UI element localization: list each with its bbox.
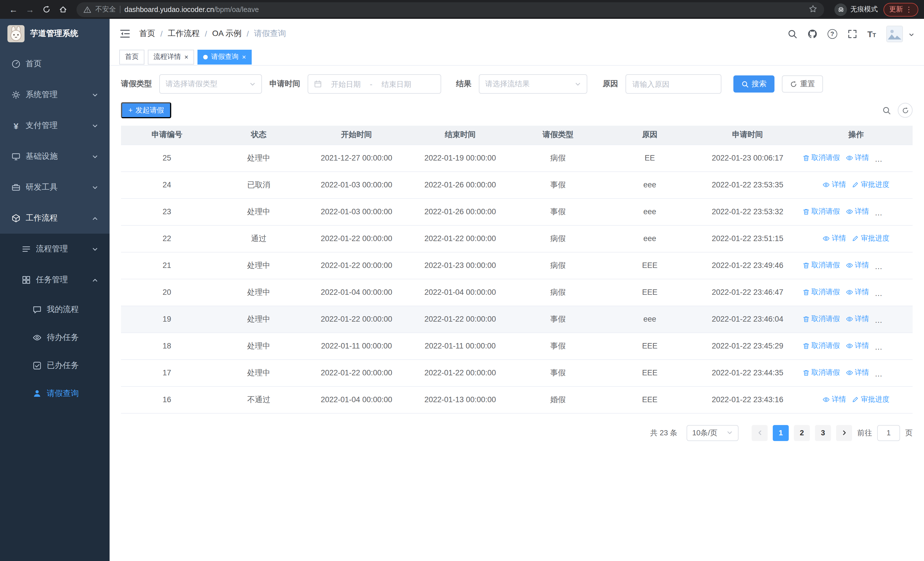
reset-button[interactable]: 重置 (782, 75, 823, 93)
cancel-action-link[interactable]: 取消请假 (802, 260, 840, 270)
cell-reason: EEE (604, 359, 696, 386)
update-button[interactable]: 更新 ⋮ (884, 3, 918, 16)
fullscreen-icon[interactable] (847, 29, 857, 39)
sidebar-item-done-tasks[interactable]: 已办任务 (0, 351, 110, 379)
cell-apply-time: 2022-01-22 23:53:32 (696, 198, 799, 225)
edit-icon (852, 396, 859, 403)
prev-page-button[interactable] (752, 425, 768, 441)
breadcrumb-item[interactable]: 首页 (139, 29, 155, 39)
forward-button[interactable]: → (22, 2, 38, 17)
sidebar-item-dev-tools[interactable]: 研发工具 (0, 172, 110, 203)
goto-page-input[interactable] (877, 425, 900, 441)
main-area: 首页 / 工作流程 / OA 示例 / 请假查询 ? TT (110, 19, 924, 561)
refresh-table-button[interactable] (898, 103, 913, 118)
sidebar-fold-icon[interactable] (119, 28, 131, 39)
progress-action-link[interactable]: 审批进度 (852, 233, 890, 243)
trash-icon (802, 208, 810, 215)
cell-actions: 取消请假详情审批进度 (799, 359, 913, 386)
cancel-action-link[interactable]: 取消请假 (802, 314, 840, 323)
cell-actions: 详情审批进度 (799, 171, 913, 198)
leave-type-select[interactable]: 请选择请假类型 (159, 74, 262, 94)
progress-action-link[interactable]: 审批进度 (852, 394, 890, 404)
detail-action-link[interactable]: 详情 (846, 206, 869, 216)
page-size-select[interactable]: 10条/页 (687, 425, 738, 441)
page-buttons: 123 (773, 425, 831, 441)
cell-start-time: 2022-01-03 00:00:00 (305, 198, 408, 225)
sidebar-menu: 首页 系统管理 ¥ 支付管理 基础设施 (0, 48, 110, 234)
user-avatar[interactable] (886, 26, 903, 42)
page-button-3[interactable]: 3 (815, 425, 831, 441)
edit-icon (852, 181, 859, 188)
search-icon[interactable] (787, 29, 797, 39)
cell-end-time: 2022-01-22 00:00:00 (408, 359, 512, 386)
calendar-icon (314, 80, 322, 88)
detail-action-link[interactable]: 详情 (823, 233, 846, 243)
reason-input[interactable] (626, 74, 722, 94)
progress-action-link[interactable]: 审批进度 (852, 180, 890, 190)
goto-label: 前往 (857, 428, 872, 438)
reload-button[interactable] (39, 2, 54, 17)
date-range-picker[interactable]: - (308, 74, 441, 94)
detail-action-link[interactable]: 详情 (823, 180, 846, 190)
sidebar-item-system-mgmt[interactable]: 系统管理 (0, 80, 110, 110)
sidebar-item-task-mgmt[interactable]: 任务管理 (0, 265, 110, 295)
result-select[interactable]: 请选择流结果 (479, 74, 587, 94)
back-button[interactable]: ← (6, 2, 21, 17)
tab-home[interactable]: 首页 (119, 50, 144, 64)
cell-start-time: 2022-01-04 00:00:00 (305, 386, 408, 413)
tab-leave-query[interactable]: 请假查询 × (198, 50, 252, 64)
detail-action-link[interactable]: 详情 (846, 368, 869, 378)
end-date-input[interactable] (376, 80, 417, 88)
page-button-1[interactable]: 1 (773, 425, 789, 441)
detail-action-link[interactable]: 详情 (846, 287, 869, 297)
sidebar-item-my-process[interactable]: 我的流程 (0, 295, 110, 323)
check-square-icon (33, 361, 42, 370)
sidebar-item-payment-mgmt[interactable]: ¥ 支付管理 (0, 110, 110, 141)
chevron-down-icon (92, 246, 98, 252)
breadcrumb-item[interactable]: 工作流程 (168, 29, 200, 39)
start-date-input[interactable] (325, 80, 366, 88)
detail-action-link[interactable]: 详情 (846, 153, 869, 162)
tab-close-icon[interactable]: × (242, 53, 246, 60)
search-toggle-icon[interactable] (882, 106, 891, 114)
home-button[interactable] (56, 2, 71, 17)
sidebar-item-leave-query[interactable]: 请假查询 (0, 379, 110, 407)
sidebar-item-workflow[interactable]: 工作流程 (0, 203, 110, 234)
address-bar[interactable]: 不安全 dashboard.yudao.iocoder.cn/bpm/oa/le… (76, 2, 824, 17)
sidebar-item-process-mgmt[interactable]: 流程管理 (0, 234, 110, 265)
cell-type: 病假 (512, 252, 604, 279)
filter-form: 请假类型 请选择请假类型 申请时间 - 结果 请选择流结果 原因 (110, 66, 924, 94)
cell-type: 事假 (512, 359, 604, 386)
cancel-action-link[interactable]: 取消请假 (802, 287, 840, 297)
bookmark-star-icon[interactable] (809, 4, 817, 15)
font-size-icon[interactable]: TT (867, 29, 876, 38)
github-icon[interactable] (807, 29, 817, 39)
cancel-action-link[interactable]: 取消请假 (802, 153, 840, 162)
next-page-button[interactable] (836, 425, 852, 441)
help-icon[interactable]: ? (827, 29, 837, 39)
detail-action-link[interactable]: 详情 (846, 314, 869, 323)
create-leave-button[interactable]: + 发起请假 (121, 102, 171, 118)
detail-action-link[interactable]: 详情 (846, 341, 869, 350)
sidebar-item-todo-tasks[interactable]: 待办任务 (0, 323, 110, 351)
cell-id: 18 (121, 332, 213, 359)
refresh-icon (902, 107, 909, 114)
sidebar-item-infrastructure[interactable]: 基础设施 (0, 141, 110, 172)
cell-apply-time: 2022-01-22 23:44:35 (696, 359, 799, 386)
detail-action-link[interactable]: 详情 (823, 394, 846, 404)
search-button[interactable]: 搜索 (734, 75, 774, 93)
table-row: 16不通过2022-01-04 00:00:002022-01-13 00:00… (121, 386, 913, 413)
tab-process-detail[interactable]: 流程详情 × (148, 50, 194, 64)
cancel-action-link[interactable]: 取消请假 (802, 368, 840, 378)
cancel-action-link[interactable]: 取消请假 (802, 341, 840, 350)
cancel-action-link[interactable]: 取消请假 (802, 206, 840, 216)
caret-down-icon[interactable] (909, 32, 914, 38)
logo[interactable]: 芋道管理系统 (0, 19, 110, 48)
breadcrumb-item[interactable]: OA 示例 (212, 29, 242, 39)
cell-apply-time: 2022-01-22 23:43:16 (696, 386, 799, 413)
sidebar-item-home[interactable]: 首页 (0, 48, 110, 80)
page-button-2[interactable]: 2 (794, 425, 810, 441)
chevron-down-icon (726, 430, 733, 436)
detail-action-link[interactable]: 详情 (846, 260, 869, 270)
tab-close-icon[interactable]: × (184, 53, 188, 60)
